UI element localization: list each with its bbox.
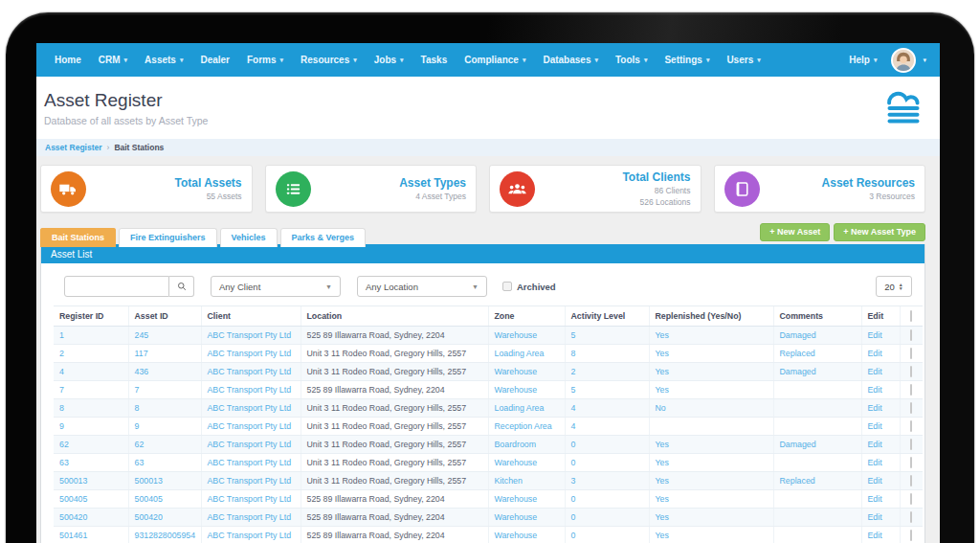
zone-link[interactable]: Warehouse (495, 458, 538, 467)
edit-link[interactable]: Edit (868, 385, 882, 395)
nav-item-jobs[interactable]: Jobs▾ (366, 55, 412, 65)
activity-level-link[interactable]: 3 (571, 476, 576, 486)
asset-id-link[interactable]: 9312828005954 (135, 531, 196, 540)
register-id-link[interactable]: 501461 (59, 531, 87, 540)
edit-link[interactable]: Edit (868, 367, 882, 376)
replenished-link[interactable]: Yes (656, 330, 669, 340)
register-id-link[interactable]: 500405 (59, 494, 87, 504)
stat-card-asset-resources[interactable]: Asset Resources3 Resources (714, 165, 926, 213)
nav-item-compliance[interactable]: Compliance▾ (456, 55, 534, 65)
zone-link[interactable]: Warehouse (495, 531, 538, 540)
activity-level-link[interactable]: 0 (571, 440, 576, 449)
activity-level-link[interactable]: 0 (571, 512, 576, 522)
edit-link[interactable]: Edit (868, 512, 882, 522)
edit-link[interactable]: Edit (868, 494, 882, 504)
row-checkbox[interactable] (910, 530, 912, 541)
row-checkbox[interactable] (910, 384, 912, 396)
zone-link[interactable]: Loading Area (495, 349, 545, 358)
zone-link[interactable]: Warehouse (495, 367, 538, 376)
replenished-link[interactable]: Yes (656, 531, 669, 540)
register-id-link[interactable]: 63 (59, 458, 69, 467)
asset-id-link[interactable]: 62 (135, 440, 145, 449)
register-id-link[interactable]: 8 (59, 403, 64, 413)
zone-link[interactable]: Warehouse (495, 385, 538, 395)
replenished-link[interactable]: No (656, 403, 666, 413)
nav-item-forms[interactable]: Forms▾ (238, 55, 292, 65)
stat-card-total-clients[interactable]: Total Clients86 Clients526 Locations (489, 165, 702, 213)
client-link[interactable]: ABC Transport Pty Ltd (208, 349, 292, 358)
row-checkbox[interactable] (910, 420, 912, 432)
comments-link[interactable]: Damaged (780, 367, 816, 376)
tab-parks-verges[interactable]: Parks & Verges (280, 228, 367, 247)
nav-item-tools[interactable]: Tools▾ (607, 55, 656, 65)
client-link[interactable]: ABC Transport Pty Ltd (208, 385, 292, 395)
tab-fire-extinguishers[interactable]: Fire Extinguishers (119, 228, 217, 247)
client-link[interactable]: ABC Transport Pty Ltd (208, 367, 292, 376)
replenished-link[interactable]: Yes (656, 367, 669, 376)
activity-level-link[interactable]: 5 (571, 385, 576, 395)
comments-link[interactable]: Replaced (780, 476, 815, 486)
nav-item-resources[interactable]: Resources▾ (292, 55, 366, 65)
tab-bait-stations[interactable]: Bait Stations (40, 228, 116, 247)
page-size-select[interactable]: 20 ▲▼ (876, 276, 912, 297)
activity-level-link[interactable]: 2 (571, 367, 576, 376)
row-checkbox[interactable] (910, 511, 912, 523)
replenished-link[interactable]: Yes (656, 385, 669, 395)
breadcrumb-link-asset-register[interactable]: Asset Register (45, 143, 102, 152)
row-checkbox[interactable] (910, 439, 912, 450)
asset-id-link[interactable]: 63 (135, 458, 145, 467)
asset-id-link[interactable]: 245 (135, 330, 149, 340)
nav-item-tasks[interactable]: Tasks (412, 55, 457, 65)
asset-id-link[interactable]: 117 (135, 349, 148, 358)
asset-id-link[interactable]: 500420 (135, 512, 163, 522)
comments-link[interactable]: Damaged (780, 330, 816, 340)
asset-id-link[interactable]: 500405 (135, 494, 163, 504)
asset-id-link[interactable]: 8 (135, 403, 140, 413)
replenished-link[interactable]: Yes (656, 512, 669, 522)
client-link[interactable]: ABC Transport Pty Ltd (208, 421, 292, 431)
row-checkbox[interactable] (910, 329, 912, 341)
nav-item-dealer[interactable]: Dealer (191, 55, 238, 65)
register-id-link[interactable]: 2 (59, 349, 64, 358)
row-checkbox[interactable] (910, 402, 912, 414)
zone-link[interactable]: Warehouse (495, 512, 538, 522)
row-checkbox[interactable] (910, 457, 912, 468)
row-checkbox[interactable] (910, 493, 912, 505)
location-filter-select[interactable]: Any Location ▼ (357, 276, 487, 297)
activity-level-link[interactable]: 0 (571, 531, 576, 540)
edit-link[interactable]: Edit (868, 458, 882, 467)
register-id-link[interactable]: 7 (59, 385, 64, 395)
register-id-link[interactable]: 1 (59, 330, 64, 340)
row-checkbox[interactable] (910, 475, 912, 486)
nav-item-settings[interactable]: Settings▾ (656, 55, 718, 65)
edit-link[interactable]: Edit (868, 330, 882, 340)
register-id-link[interactable]: 4 (59, 367, 64, 376)
comments-link[interactable]: Damaged (780, 440, 816, 449)
register-id-link[interactable]: 500013 (59, 476, 87, 486)
activity-level-link[interactable]: 0 (571, 458, 576, 467)
user-avatar[interactable] (891, 48, 916, 73)
client-link[interactable]: ABC Transport Pty Ltd (208, 494, 292, 504)
edit-link[interactable]: Edit (868, 403, 882, 413)
client-link[interactable]: ABC Transport Pty Ltd (208, 330, 292, 340)
nav-item-assets[interactable]: Assets▾ (136, 55, 191, 65)
asset-id-link[interactable]: 9 (135, 421, 140, 431)
nav-item-help[interactable]: Help▾ (840, 43, 885, 77)
account-chevron-down-icon[interactable]: ▾ (919, 57, 930, 64)
edit-link[interactable]: Edit (868, 440, 882, 449)
new-asset-button[interactable]: + New Asset (760, 223, 830, 241)
zone-link[interactable]: Warehouse (495, 330, 538, 340)
new-asset-type-button[interactable]: + New Asset Type (834, 223, 925, 241)
nav-item-databases[interactable]: Databases▾ (534, 55, 607, 65)
activity-level-link[interactable]: 4 (571, 403, 576, 413)
comments-link[interactable]: Replaced (780, 349, 815, 358)
replenished-link[interactable]: Yes (656, 349, 669, 358)
client-link[interactable]: ABC Transport Pty Ltd (208, 440, 292, 449)
activity-level-link[interactable]: 8 (571, 349, 576, 358)
replenished-link[interactable]: Yes (656, 458, 669, 467)
register-id-link[interactable]: 62 (59, 440, 69, 449)
nav-item-users[interactable]: Users▾ (718, 55, 768, 65)
edit-link[interactable]: Edit (868, 349, 882, 358)
client-filter-select[interactable]: Any Client ▼ (211, 276, 341, 297)
asset-id-link[interactable]: 7 (135, 385, 140, 395)
